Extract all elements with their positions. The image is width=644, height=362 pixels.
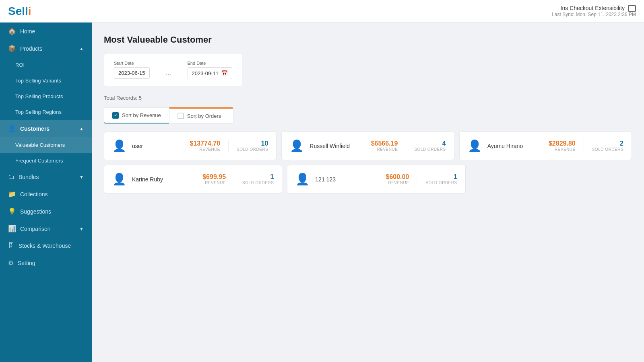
sidebar-item-products[interactable]: 📦 Products ▲ bbox=[0, 40, 92, 57]
sidebar-item-home[interactable]: 🏠 Home bbox=[0, 23, 92, 40]
date-separator: … bbox=[166, 61, 171, 79]
sidebar-item-suggestions[interactable]: 💡 Suggestions bbox=[0, 203, 92, 220]
sidebar-item-bundles[interactable]: 🗂 Bundles ▼ bbox=[0, 169, 92, 185]
date-filter-card: Start Date 2023-06-15 … End Date 2023-09… bbox=[104, 53, 242, 87]
orders-stat-ayumu: 2 SOLD ORDERS bbox=[592, 140, 623, 152]
sort-by-orders-tab[interactable]: Sort by Orders bbox=[169, 107, 233, 123]
avatar-ayumu: 👤 bbox=[468, 139, 482, 152]
customer-grid: 👤 user $13774.70 REVENUE 10 SOLD ORDERS bbox=[104, 132, 632, 193]
customers-icon: 👤 bbox=[8, 125, 16, 132]
stat-divider bbox=[228, 140, 229, 152]
sidebar-item-roi[interactable]: ROI bbox=[0, 57, 92, 73]
sidebar-item-top-selling-products[interactable]: Top Selling Products bbox=[0, 88, 92, 104]
orders-stat-user: 10 SOLD ORDERS bbox=[237, 140, 268, 152]
sidebar-item-top-selling-variants[interactable]: Top Selling Variants bbox=[0, 73, 92, 88]
customers-chevron: ▲ bbox=[79, 126, 84, 131]
stat-divider bbox=[234, 173, 234, 185]
revenue-stat-user: $13774.70 REVENUE bbox=[190, 140, 220, 152]
suggestions-icon: 💡 bbox=[8, 208, 16, 215]
avatar-121: 👤 bbox=[295, 173, 310, 186]
customer-card-121: 👤 121 123 $600.00 REVENUE 1 SOLD ORDERS bbox=[287, 165, 465, 193]
home-icon: 🏠 bbox=[8, 27, 16, 35]
sidebar-item-customers[interactable]: 👤 Customers ▲ bbox=[0, 120, 92, 137]
header: Selli Ins Checkout Extensibility Last Sy… bbox=[0, 0, 644, 23]
comparison-icon: 📊 bbox=[8, 225, 16, 232]
revenue-stat-russell: $6566.19 REVENUE bbox=[371, 140, 398, 152]
end-date-label: End Date bbox=[188, 61, 233, 66]
start-date-input[interactable]: 2023-06-15 bbox=[114, 67, 150, 79]
bundles-icon: 🗂 bbox=[8, 173, 14, 181]
customer-stats-ayumu: $2829.80 REVENUE 2 SOLD ORDERS bbox=[549, 140, 623, 152]
total-records: Total Records: 5 bbox=[104, 95, 632, 101]
sidebar-item-setting[interactable]: ⚙ Setting bbox=[0, 254, 92, 272]
customer-name-121: 121 123 bbox=[315, 176, 363, 183]
avatar-russell: 👤 bbox=[290, 139, 304, 152]
customer-row-1: 👤 user $13774.70 REVENUE 10 SOLD ORDERS bbox=[104, 132, 632, 160]
page-title: Most Valueable Customer bbox=[104, 35, 632, 45]
comparison-chevron: ▼ bbox=[79, 226, 84, 231]
customer-card-karine: 👤 Karine Ruby $699.95 REVENUE 1 SOLD ORD… bbox=[104, 165, 282, 193]
stat-divider bbox=[417, 173, 417, 185]
checkout-icon bbox=[628, 5, 636, 12]
sidebar-item-valuable-customers[interactable]: Valueable Customers bbox=[0, 137, 92, 153]
start-date-field: Start Date 2023-06-15 bbox=[114, 61, 150, 79]
customer-card-ayumu: 👤 Ayumu Hirano $2829.80 REVENUE 2 SOLD O… bbox=[459, 132, 632, 160]
customer-stats-russell: $6566.19 REVENUE 4 SOLD ORDERS bbox=[371, 140, 446, 152]
products-icon: 📦 bbox=[8, 45, 16, 52]
empty-placeholder bbox=[471, 165, 632, 193]
start-date-label: Start Date bbox=[114, 61, 150, 66]
customer-name-user: user bbox=[132, 143, 180, 149]
orders-stat-121: 1 SOLD ORDERS bbox=[425, 173, 457, 185]
orders-checkbox bbox=[178, 113, 184, 119]
app-name: Ins Checkout Extensibility bbox=[552, 5, 636, 12]
products-chevron: ▲ bbox=[79, 46, 84, 51]
bundles-chevron: ▼ bbox=[79, 175, 84, 179]
sidebar-item-top-selling-regions[interactable]: Top Selling Regions bbox=[0, 104, 92, 120]
customer-name-ayumu: Ayumu Hirano bbox=[487, 143, 536, 149]
setting-icon: ⚙ bbox=[8, 259, 14, 267]
stat-divider bbox=[406, 140, 406, 152]
revenue-stat-karine: $699.95 REVENUE bbox=[202, 173, 226, 185]
avatar-karine: 👤 bbox=[112, 173, 126, 186]
sort-by-revenue-tab[interactable]: ✓ Sort by Revenue bbox=[104, 107, 169, 123]
end-date-field: End Date 2023-09-11 📅 bbox=[188, 61, 233, 79]
orders-stat-russell: 4 SOLD ORDERS bbox=[414, 140, 446, 152]
collections-icon: 📁 bbox=[8, 190, 16, 198]
sidebar-item-stocks-warehouse[interactable]: 🗄 Stocks & Warehouse bbox=[0, 237, 92, 254]
orders-stat-karine: 1 SOLD ORDERS bbox=[242, 173, 274, 185]
customer-card-user: 👤 user $13774.70 REVENUE 10 SOLD ORDERS bbox=[104, 132, 277, 160]
last-sync: Last Sync: Mon, Sep 11, 2023 2:36 PM bbox=[552, 12, 636, 17]
revenue-stat-121: $600.00 REVENUE bbox=[386, 173, 409, 185]
sidebar-item-collections[interactable]: 📁 Collections bbox=[0, 185, 92, 203]
customer-stats-karine: $699.95 REVENUE 1 SOLD ORDERS bbox=[202, 173, 274, 185]
logo: Selli bbox=[8, 5, 31, 18]
sort-tabs: ✓ Sort by Revenue Sort by Orders bbox=[104, 107, 632, 123]
sidebar-item-frequent-customers[interactable]: Frequent Customers bbox=[0, 153, 92, 169]
main-content: Most Valueable Customer Start Date 2023-… bbox=[92, 23, 644, 362]
revenue-checkbox: ✓ bbox=[112, 112, 119, 119]
avatar-user: 👤 bbox=[112, 139, 126, 152]
end-date-input[interactable]: 2023-09-11 📅 bbox=[188, 67, 233, 79]
stat-divider bbox=[584, 140, 584, 152]
customer-stats-121: $600.00 REVENUE 1 SOLD ORDERS bbox=[386, 173, 457, 185]
revenue-stat-ayumu: $2829.80 REVENUE bbox=[549, 140, 576, 152]
sidebar-item-comparison[interactable]: 📊 Comparison ▼ bbox=[0, 220, 92, 237]
customer-name-karine: Karine Ruby bbox=[132, 176, 180, 183]
sidebar: 🏠 Home 📦 Products ▲ ROI Top Selling Vari… bbox=[0, 23, 92, 362]
header-right: Ins Checkout Extensibility Last Sync: Mo… bbox=[552, 5, 636, 17]
calendar-icon: 📅 bbox=[221, 70, 228, 76]
customer-name-russell: Russell Winfield bbox=[310, 143, 358, 149]
customer-stats-user: $13774.70 REVENUE 10 SOLD ORDERS bbox=[190, 140, 268, 152]
customer-row-2: 👤 Karine Ruby $699.95 REVENUE 1 SOLD ORD… bbox=[104, 165, 632, 193]
customer-card-russell: 👤 Russell Winfield $6566.19 REVENUE 4 SO… bbox=[281, 132, 454, 160]
stocks-icon: 🗄 bbox=[8, 242, 14, 249]
